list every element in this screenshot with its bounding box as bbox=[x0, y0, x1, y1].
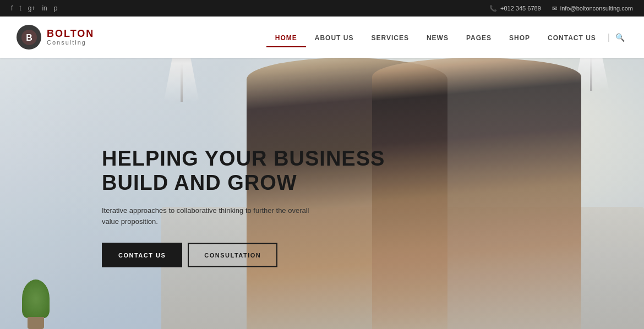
nav-link-about[interactable]: ABOUT US bbox=[306, 29, 363, 47]
top-bar: f t g+ in p 📞 +012 345 6789 ✉ info@bolto… bbox=[0, 0, 644, 17]
phone-info: 📞 +012 345 6789 bbox=[489, 5, 541, 12]
phone-number: +012 345 6789 bbox=[500, 5, 541, 12]
email-address: info@boltonconsulting.com bbox=[560, 5, 633, 12]
contact-details: 📞 +012 345 6789 ✉ info@boltonconsulting.… bbox=[489, 5, 633, 12]
nav-link-news[interactable]: NEWS bbox=[418, 29, 457, 47]
nav-link-pages[interactable]: PAGES bbox=[457, 29, 500, 47]
logo[interactable]: B BOLTON Consulting bbox=[17, 25, 94, 50]
logo-brand-name: BOLTON bbox=[47, 29, 94, 40]
facebook-icon[interactable]: f bbox=[11, 4, 13, 12]
nav-item-news[interactable]: NEWS bbox=[418, 32, 457, 42]
nav-link-services[interactable]: SERVICES bbox=[362, 29, 417, 47]
nav-item-shop[interactable]: SHOP bbox=[500, 32, 539, 42]
phone-icon: 📞 bbox=[489, 5, 497, 12]
hero-content: HELPING YOUR BUSINESS BUILD AND GROW Ite… bbox=[102, 147, 385, 267]
search-icon[interactable]: 🔍 bbox=[613, 30, 627, 45]
nav-item-home[interactable]: HOME bbox=[266, 32, 306, 42]
nav-link-home[interactable]: HOME bbox=[266, 29, 306, 47]
logo-svg: B bbox=[21, 29, 37, 46]
nav-item-about[interactable]: ABOUT US bbox=[306, 32, 363, 42]
svg-text:B: B bbox=[26, 33, 32, 42]
social-links: f t g+ in p bbox=[11, 4, 57, 12]
hero-title: HELPING YOUR BUSINESS BUILD AND GROW bbox=[102, 147, 385, 195]
nav-item-contact[interactable]: CONTACT US bbox=[539, 32, 605, 42]
google-plus-icon[interactable]: g+ bbox=[28, 4, 36, 12]
nav-item-services[interactable]: SERVICES bbox=[362, 32, 417, 42]
linkedin-icon[interactable]: in bbox=[42, 4, 47, 12]
email-icon: ✉ bbox=[552, 5, 557, 12]
twitter-icon[interactable]: t bbox=[19, 4, 21, 12]
nav-link-contact[interactable]: CONTACT US bbox=[539, 29, 605, 47]
logo-tagline: Consulting bbox=[47, 39, 94, 46]
consultation-button[interactable]: CONSULTATION bbox=[188, 243, 277, 267]
contact-us-button[interactable]: CONTACT US bbox=[102, 243, 182, 267]
pinterest-icon[interactable]: p bbox=[54, 4, 58, 12]
nav-link-shop[interactable]: SHOP bbox=[500, 29, 539, 47]
hero-section: HELPING YOUR BUSINESS BUILD AND GROW Ite… bbox=[0, 58, 644, 329]
nav-search-item[interactable]: 🔍 bbox=[613, 32, 627, 42]
nav-item-pages[interactable]: PAGES bbox=[457, 32, 500, 42]
logo-text: BOLTON Consulting bbox=[47, 29, 94, 46]
nav-menu: HOME ABOUT US SERVICES NEWS PAGES SHOP C… bbox=[266, 32, 627, 42]
hero-title-line1: HELPING YOUR BUSINESS bbox=[102, 147, 385, 170]
logo-icon: B bbox=[17, 25, 41, 50]
hero-buttons: CONTACT US CONSULTATION bbox=[102, 243, 385, 267]
nav-divider: | bbox=[605, 32, 613, 42]
hero-description: Iterative approaches to collaborative th… bbox=[102, 205, 311, 228]
email-info: ✉ info@boltonconsulting.com bbox=[552, 5, 633, 12]
hero-title-line2: BUILD AND GROW bbox=[102, 171, 297, 194]
navbar: B BOLTON Consulting HOME ABOUT US SERVIC… bbox=[0, 17, 644, 58]
